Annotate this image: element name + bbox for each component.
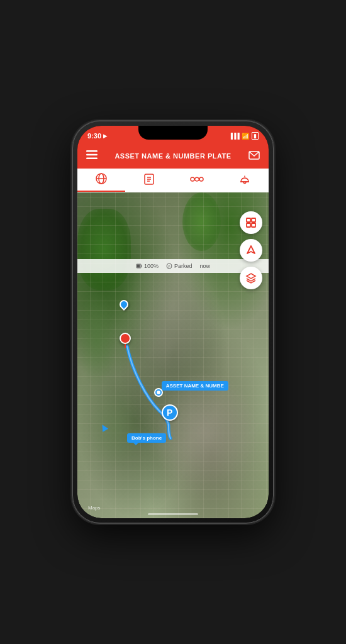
maps-attribution: Maps: [86, 505, 101, 511]
status-time: 9:30 ▶: [87, 132, 107, 140]
bobs-phone-label[interactable]: Bob's phone: [127, 433, 166, 443]
time-display: 9:30: [87, 132, 101, 140]
battery-percent: 100%: [144, 263, 159, 269]
battery-icon: ▮: [252, 132, 259, 140]
svg-text:P: P: [168, 265, 170, 269]
phone-screen: 9:30 ▶ ▐▐▐ 📶 ▮ ASSET NAME & NUMBER PLATE: [77, 126, 269, 518]
bobs-phone-text: Bob's phone: [131, 435, 162, 441]
svg-rect-0: [86, 150, 98, 152]
route-midpoint-inner: [157, 391, 160, 394]
asset-name-label[interactable]: ASSET NAME & NUMBE: [162, 381, 228, 391]
menu-icon[interactable]: [86, 150, 98, 162]
park-label: Parked: [174, 263, 193, 269]
layers-button[interactable]: [240, 267, 262, 289]
svg-rect-2: [86, 158, 98, 160]
battery-status: 100%: [136, 263, 159, 269]
svg-point-12: [199, 177, 203, 181]
svg-rect-16: [137, 265, 140, 268]
svg-rect-21: [247, 223, 250, 227]
asset-name-text: ASSET NAME & NUMBE: [166, 383, 224, 389]
svg-marker-23: [247, 246, 255, 253]
location-arrow-icon: ▶: [103, 133, 107, 139]
globe-icon: [95, 172, 108, 187]
app-header: ASSET NAME & NUMBER PLATE: [77, 143, 269, 169]
time-ago: now: [200, 263, 211, 269]
svg-rect-19: [247, 218, 250, 222]
svg-marker-24: [247, 274, 255, 279]
map-area[interactable]: 100% P Parked now: [77, 192, 269, 518]
parking-marker[interactable]: P: [162, 404, 178, 421]
tab-route[interactable]: [173, 169, 221, 192]
maps-label: Maps: [88, 505, 101, 511]
status-icons: ▐▐▐ 📶 ▮: [229, 132, 259, 140]
red-pin-head: [120, 333, 131, 344]
blue-pin-head: [118, 298, 130, 311]
tab-info[interactable]: [125, 169, 173, 192]
svg-rect-22: [252, 223, 255, 227]
svg-point-11: [191, 177, 194, 181]
info-icon: [143, 173, 155, 188]
parking-label: P: [167, 408, 172, 418]
red-pin-stem: [125, 344, 126, 348]
park-status: P Parked: [166, 263, 193, 269]
navigate-button[interactable]: [240, 239, 262, 262]
wifi-icon: 📶: [242, 133, 249, 140]
header-title: ASSET NAME & NUMBER PLATE: [114, 152, 231, 160]
map-controls: [240, 211, 262, 289]
mail-icon[interactable]: [248, 151, 260, 162]
signal-icon: ▐▐▐: [229, 133, 239, 139]
map-background: 100% P Parked now: [77, 192, 269, 518]
svg-rect-1: [86, 154, 98, 156]
tab-globe[interactable]: [77, 169, 125, 192]
svg-rect-15: [141, 265, 142, 267]
svg-rect-20: [252, 218, 255, 222]
tab-bar: [77, 169, 269, 192]
red-location-pin: [120, 333, 131, 348]
phone-frame: 9:30 ▶ ▐▐▐ 📶 ▮ ASSET NAME & NUMBER PLATE: [72, 121, 274, 523]
fit-bounds-button[interactable]: [240, 211, 262, 234]
notch: [138, 126, 208, 140]
home-indicator[interactable]: [148, 513, 198, 515]
route-icon: [190, 173, 204, 188]
bell-icon: [238, 173, 251, 188]
blue-location-pin: [120, 300, 128, 309]
tab-bell[interactable]: [221, 169, 269, 192]
